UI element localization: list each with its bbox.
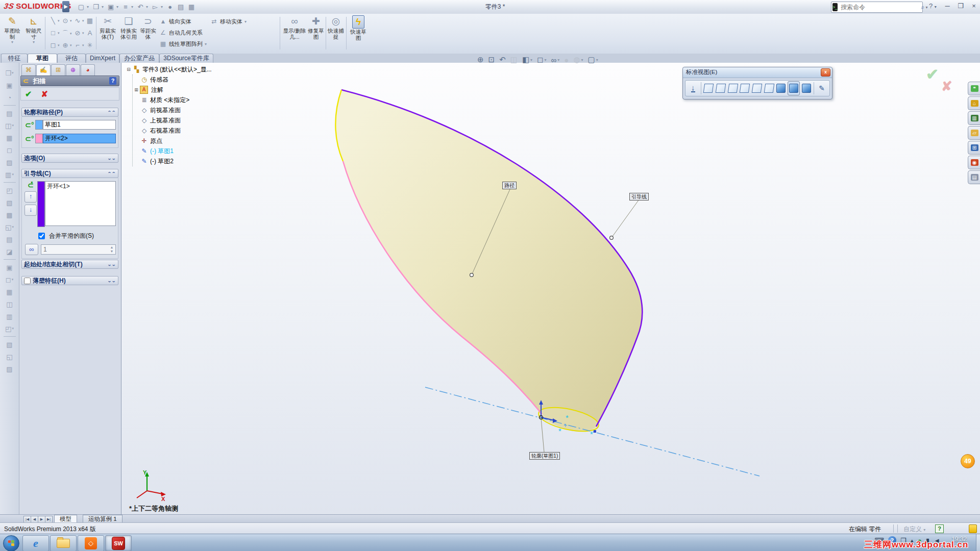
section-view-icon[interactable]: ◫ [510,55,518,64]
dropdown-icon[interactable]: ▾ [102,5,104,9]
tree-item-front-plane[interactable]: ◇前视基准面 [133,105,227,115]
view-orientation-icon[interactable]: ◧▾ [522,55,532,64]
tree-item-right-plane[interactable]: ◇右视基准面 [133,126,227,136]
tree-item-top-plane[interactable]: ◇上视基准面 [133,115,227,126]
open-icon[interactable]: ❒ [91,3,101,12]
sketch-entity-icon[interactable]: A [86,29,94,37]
tab-3dsource[interactable]: 3DSource零件库 [159,54,213,63]
left-toolbar-icon[interactable]: ◱ [2,350,17,363]
task-pane-appearances-scenes-icon[interactable]: ◉ [968,156,980,169]
path-row[interactable]: ⊂° 开环<2> [24,134,116,143]
appearances-icon[interactable]: ◍▾ [573,55,583,64]
rebuild-icon[interactable]: ● [165,3,175,12]
tree-root[interactable]: ⊟ ▚ 零件3 (默认<<默认>_显... [125,64,227,74]
search-dropdown-icon[interactable]: ▾ [926,5,928,10]
dropdown-icon[interactable]: ▾ [146,5,148,9]
print-icon[interactable]: ≡ [121,3,130,12]
zoom-fit-icon[interactable]: ⊕ [477,55,484,64]
model-tab[interactable]: 模型 [54,515,77,523]
task-pane-design-library-icon[interactable]: ▥ [968,111,980,125]
toolbar-title[interactable]: 标准视图(E) x [683,67,832,78]
left-toolbar-icon[interactable]: ▧ [2,338,17,350]
move-entities-item[interactable]: ⇄移动实体 ▾ [210,17,247,26]
task-pane-chat-icon[interactable]: ❝ [968,82,980,95]
dropdown-icon[interactable]: ▾ [116,5,118,9]
sketch-entity-icon[interactable]: ▦ [86,17,94,24]
task-pane-custom-properties-icon[interactable]: ▤ [968,170,980,184]
tab-configuration-manager[interactable]: ⊞ [51,64,65,76]
front-view-button[interactable] [703,82,715,95]
group-header[interactable]: 引导线(C)⌃⌃ [21,169,118,178]
back-view-button[interactable] [715,82,726,95]
trim-entities-button[interactable]: ✂ 剪裁实体(T) [98,15,117,40]
section-count-spinner[interactable]: ▲▼ [41,244,116,255]
isometric-view-button[interactable] [776,82,787,95]
show-sections-icon[interactable]: ∞ [25,244,38,255]
left-toolbar-icon[interactable]: ❒▾ [2,67,17,79]
sketch-entity-icon[interactable]: ⌒▾ [61,29,72,38]
display-style-icon[interactable]: ◻▾ [537,55,546,64]
mirror-entities-item[interactable]: ▲镜向实体 [159,17,191,26]
merge-faces-checkbox[interactable] [38,233,45,239]
help-icon[interactable]: ? [109,77,116,85]
confirmation-ok-icon[interactable]: ✔ [926,65,939,83]
new-icon[interactable]: ▢ [77,3,86,12]
tab-office-products[interactable]: 办公室产品 [119,54,159,63]
taskbar-explorer-button[interactable] [50,535,77,551]
callout-path[interactable]: 路径 [502,182,517,189]
dropdown-icon[interactable]: ▾ [161,5,163,9]
customize-menu[interactable]: 自定义 ▾ [903,525,925,534]
left-toolbar-icon[interactable]: ◫▾ [2,119,17,132]
shadow-icon[interactable]: ● [564,56,569,64]
collapse-icon[interactable]: ⊟ [125,67,132,72]
dropdown-icon[interactable]: ▾ [87,5,89,9]
quick-snap-button[interactable]: ◎ 快速捕捉 [328,15,344,40]
tree-item-sensors[interactable]: ◷传感器 [133,74,227,85]
right-view-button[interactable] [740,82,751,95]
left-toolbar-icon[interactable]: ▤ [2,233,17,245]
thin-feature-checkbox[interactable] [24,277,31,285]
sketch-entity-icon[interactable]: ⊙▾ [61,17,72,24]
left-toolbar-icon[interactable]: ▦ [2,132,17,144]
task-pane-home-icon[interactable]: ⌂ [968,96,980,110]
task-pane-view-palette-icon[interactable]: ⊞ [968,141,980,155]
save-icon[interactable]: ▣ [106,3,115,12]
file-properties-icon[interactable]: ▤ [176,3,185,12]
rapid-sketch-button[interactable]: ϟ 快速草图 [349,15,368,41]
taskbar-ie-button[interactable]: e [22,535,49,551]
taskbar-cube-app-button[interactable]: ◇ [78,535,104,551]
tag-icon[interactable] [969,524,977,533]
dimetric-view-button[interactable] [788,81,800,95]
sketch-entity-icon[interactable]: □▾ [49,29,60,37]
minimize-button[interactable]: ─ [943,2,951,10]
left-toolbar-icon[interactable]: ▤ [2,107,17,119]
display-delete-relations-button[interactable]: ∞ 显示/删除几... [283,15,306,40]
bottom-view-button[interactable] [764,82,775,95]
sketch-entity-icon[interactable]: ✳ [86,41,94,49]
profile-row[interactable]: ⊂° 草图1 [24,120,116,130]
group-header[interactable]: 轮廓和路径(P)⌃⌃ [21,108,118,117]
menu-expand-chevron[interactable]: ▶ [62,1,69,12]
options-icon[interactable]: ▦ [187,3,196,12]
undo-icon[interactable]: ↶ [136,3,145,12]
tree-item-sketch2[interactable]: ✎(-) 草图2 [133,156,227,166]
search-input[interactable] [840,3,921,11]
sketch-entity-icon[interactable]: ⊕▾ [61,41,72,49]
tab-property-manager[interactable]: ✍ [36,64,51,76]
scene-icon[interactable]: ▢▾ [587,55,598,64]
tree-item-sketch1[interactable]: ✎(-) 草图1 [133,146,227,156]
callout-profile[interactable]: 轮廓(草图1) [529,452,560,460]
merge-faces-row[interactable]: 合并平滑的面(S) [36,231,116,241]
select-icon[interactable]: ▻ [151,3,160,12]
left-toolbar-icon[interactable]: ▩ [2,209,17,221]
tree-item-material[interactable]: ≣材质 <未指定> [133,95,227,105]
sketch-entity-icon[interactable]: ◻▾ [49,41,60,49]
move-down-button[interactable]: ↓ [24,205,37,216]
start-button[interactable] [3,535,19,551]
group-header[interactable]: 起始处/结束处相切(T)⌄⌄ [21,260,118,269]
tab-features[interactable]: 特征 [1,54,28,63]
top-view-button[interactable] [751,82,763,95]
quick-tips-icon[interactable]: ? [935,524,944,533]
left-toolbar-icon[interactable]: ◪ [2,245,17,258]
close-icon[interactable]: x [821,68,830,77]
